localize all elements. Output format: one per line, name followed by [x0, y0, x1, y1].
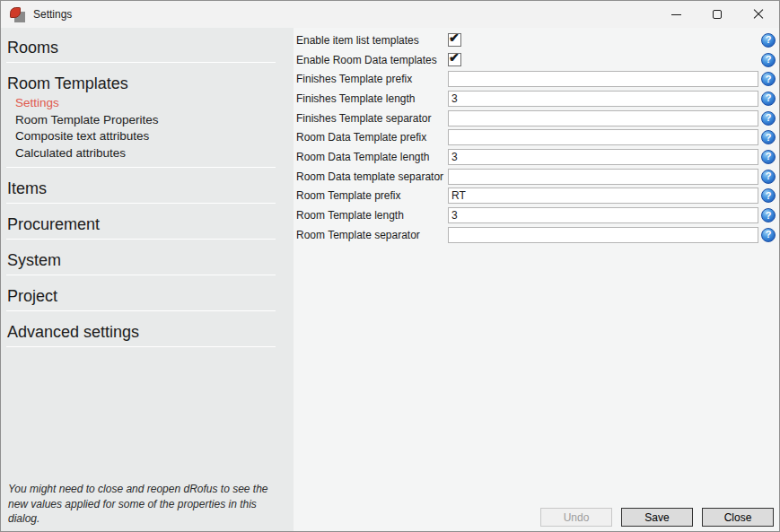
sidebar-section-room-templates: Room Templates Settings Room Template Pr… [1, 74, 294, 168]
sidebar-section-advanced-settings: Advanced settings [1, 323, 294, 347]
form-row-enable-item-list-templates: Enable item list templates ✔ ? [296, 31, 776, 50]
sidebar-section-rooms: Rooms [1, 39, 294, 63]
sidebar-section-items: Items [1, 179, 294, 204]
form-row-room-data-template-length: Room Data Template length ? [296, 147, 776, 167]
sidebar-separator [6, 346, 276, 347]
sidebar-item-procurement[interactable]: Procurement [1, 215, 294, 234]
close-button[interactable] [738, 1, 779, 28]
room-data-template-prefix-input[interactable] [448, 129, 758, 145]
window-controls [655, 1, 779, 28]
help-icon[interactable]: ? [761, 208, 776, 222]
field-label: Room Template length [296, 209, 448, 222]
save-button[interactable]: Save [621, 508, 693, 527]
sidebar-item-room-templates[interactable]: Room Templates [1, 74, 294, 93]
help-icon[interactable]: ? [761, 188, 776, 203]
settings-sidebar: Rooms Room Templates Settings Room Templ… [1, 28, 294, 532]
checkmark-icon: ✔ [449, 50, 460, 65]
help-icon[interactable]: ? [761, 228, 776, 242]
sidebar-separator [6, 239, 276, 240]
help-icon[interactable]: ? [761, 72, 776, 86]
sidebar-item-composite-text-attributes[interactable]: Composite text attributes [1, 128, 294, 145]
help-icon[interactable]: ? [761, 53, 776, 67]
settings-form-panel: Enable item list templates ✔ ? Enable Ro… [294, 28, 779, 532]
sidebar-item-room-template-properties[interactable]: Room Template Properites [1, 112, 294, 129]
finishes-template-length-input[interactable] [448, 91, 758, 107]
field-label: Room Data Template length [296, 151, 448, 163]
field-label: Room Data template separator [296, 170, 448, 183]
sidebar-section-procurement: Procurement [1, 215, 294, 240]
form-row-finishes-template-length: Finishes Template length ? [296, 89, 776, 109]
field-label: Finishes Template separator [296, 112, 448, 125]
close-dialog-button[interactable]: Close [702, 508, 774, 527]
form-row-room-data-template-separator: Room Data template separator ? [296, 167, 776, 187]
form-row-finishes-template-separator: Finishes Template separator ? [296, 109, 776, 128]
form-row-room-data-template-prefix: Room Data Template prefix ? [296, 127, 776, 147]
sidebar-separator [6, 310, 276, 311]
form-row-room-template-prefix: Room Template prefix ? [296, 187, 776, 206]
room-data-template-length-input[interactable] [448, 149, 758, 165]
sidebar-separator [6, 275, 276, 275]
form-row-finishes-template-prefix: Finishes Template prefix ? [296, 69, 776, 89]
finishes-template-prefix-input[interactable] [448, 71, 758, 87]
checkmark-icon: ✔ [449, 31, 460, 45]
enable-room-data-templates-checkbox[interactable]: ✔ [448, 53, 461, 66]
sidebar-item-settings[interactable]: Settings [1, 95, 294, 112]
field-label: Room Template prefix [296, 189, 448, 202]
field-label: Room Data Template prefix [296, 131, 448, 144]
field-label: Finishes Template length [296, 92, 448, 105]
sidebar-item-items[interactable]: Items [1, 179, 294, 198]
finishes-template-separator-input[interactable] [448, 110, 758, 126]
help-icon[interactable]: ? [761, 111, 776, 126]
dialog-button-row: Undo Save Close [540, 508, 774, 527]
sidebar-item-calculated-attributes[interactable]: Calculated attributes [1, 145, 294, 162]
sidebar-separator [6, 203, 276, 204]
field-label: Enable Room Data templates [296, 54, 448, 66]
field-label: Enable item list templates [296, 34, 448, 47]
help-icon[interactable]: ? [761, 92, 776, 106]
sidebar-item-project[interactable]: Project [1, 287, 294, 306]
maximize-icon [713, 10, 722, 19]
sidebar-item-advanced-settings[interactable]: Advanced settings [1, 323, 294, 342]
room-template-separator-input[interactable] [448, 227, 758, 243]
help-icon[interactable]: ? [761, 150, 776, 164]
enable-item-list-templates-checkbox[interactable]: ✔ [448, 33, 461, 47]
sidebar-separator [6, 62, 276, 63]
form-row-room-template-separator: Room Template separator ? [296, 225, 776, 245]
sidebar-section-project: Project [1, 287, 294, 311]
field-label: Room Template separator [296, 229, 448, 241]
form-row-room-template-length: Room Template length ? [296, 205, 776, 225]
restart-note: You might need to close and reopen dRofu… [8, 482, 268, 527]
minimize-icon [671, 14, 681, 15]
field-label: Finishes Template prefix [296, 73, 448, 85]
maximize-button[interactable] [697, 1, 738, 28]
help-icon[interactable]: ? [761, 33, 776, 48]
drofus-app-icon [10, 7, 25, 22]
form-row-enable-room-data-templates: Enable Room Data templates ✔ ? [296, 50, 776, 70]
room-data-template-separator-input[interactable] [448, 169, 758, 185]
help-icon[interactable]: ? [761, 130, 776, 144]
help-icon[interactable]: ? [761, 170, 776, 184]
settings-dialog: Settings Rooms Room Templates Settings R… [0, 0, 780, 532]
sidebar-section-system: System [1, 251, 294, 275]
close-icon [753, 9, 764, 20]
room-template-prefix-input[interactable] [448, 188, 758, 204]
sidebar-item-system[interactable]: System [1, 251, 294, 270]
window-title: Settings [33, 8, 72, 21]
undo-button[interactable]: Undo [540, 508, 612, 527]
title-bar: Settings [1, 1, 779, 28]
sidebar-item-rooms[interactable]: Rooms [1, 39, 294, 57]
minimize-button[interactable] [655, 1, 697, 28]
sidebar-separator [6, 167, 276, 168]
room-templates-subitems: Settings Room Template Properites Compos… [1, 93, 294, 162]
room-template-length-input[interactable] [448, 207, 758, 223]
